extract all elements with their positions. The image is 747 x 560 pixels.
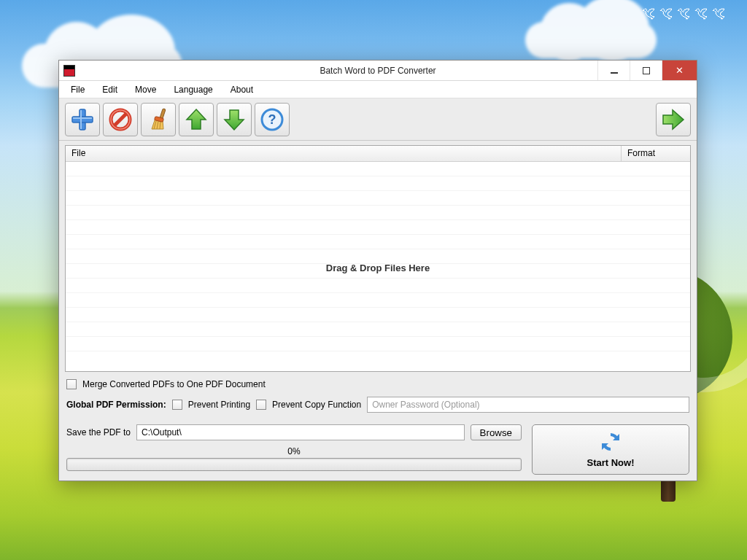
menu-file[interactable]: File — [63, 82, 92, 97]
list-body[interactable]: Drag & Drop Files Here — [66, 162, 690, 371]
drop-hint: Drag & Drop Files Here — [66, 262, 690, 273]
svg-text:?: ? — [268, 112, 276, 127]
start-button[interactable]: Start Now! — [532, 424, 689, 475]
menu-move[interactable]: Move — [128, 82, 163, 97]
svg-rect-3 — [73, 117, 92, 119]
save-to-label: Save the PDF to — [66, 427, 131, 438]
title-bar[interactable]: Batch Word to PDF Converter ✕ — [59, 61, 697, 81]
convert-button[interactable] — [656, 103, 691, 136]
plus-icon — [70, 107, 95, 132]
menu-edit[interactable]: Edit — [95, 82, 125, 97]
owner-password-input[interactable] — [367, 397, 689, 413]
save-path-input[interactable] — [136, 424, 465, 440]
menu-language[interactable]: Language — [166, 82, 220, 97]
list-header: File Format — [66, 146, 690, 162]
browse-button[interactable]: Browse — [471, 424, 522, 440]
prevent-printing-checkbox[interactable] — [172, 400, 182, 410]
file-list[interactable]: File Format Drag & Drop Files Here — [65, 145, 691, 372]
column-format[interactable]: Format — [622, 146, 690, 161]
move-down-button[interactable] — [217, 103, 252, 136]
prevent-printing-label: Prevent Printing — [188, 400, 250, 410]
help-icon: ? — [260, 107, 285, 132]
progress-percent: 0% — [287, 446, 300, 456]
merge-label: Merge Converted PDFs to One PDF Document — [82, 379, 266, 389]
arrow-right-icon — [660, 107, 686, 132]
forbidden-icon — [108, 107, 133, 132]
prevent-copy-checkbox[interactable] — [256, 400, 266, 410]
arrow-up-icon — [184, 107, 209, 132]
arrow-down-icon — [222, 107, 247, 132]
column-file[interactable]: File — [66, 146, 622, 161]
prevent-copy-label: Prevent Copy Function — [272, 400, 361, 410]
svg-rect-2 — [80, 110, 82, 129]
toolbar: ? — [59, 98, 697, 141]
permission-label: Global PDF Permission: — [66, 400, 166, 410]
window-title: Batch Word to PDF Converter — [59, 66, 697, 76]
progress-bar — [66, 458, 522, 471]
broom-icon — [146, 107, 171, 132]
help-button[interactable]: ? — [255, 103, 290, 136]
move-up-button[interactable] — [179, 103, 214, 136]
svg-line-5 — [114, 113, 127, 126]
remove-button[interactable] — [103, 103, 138, 136]
refresh-icon — [598, 429, 623, 454]
menu-about[interactable]: About — [223, 82, 260, 97]
merge-checkbox[interactable] — [66, 379, 77, 389]
app-window: Batch Word to PDF Converter ✕ File Edit … — [58, 60, 697, 481]
add-button[interactable] — [65, 103, 100, 136]
menu-bar: File Edit Move Language About — [59, 81, 697, 98]
start-label: Start Now! — [587, 457, 635, 468]
clear-button[interactable] — [141, 103, 176, 136]
